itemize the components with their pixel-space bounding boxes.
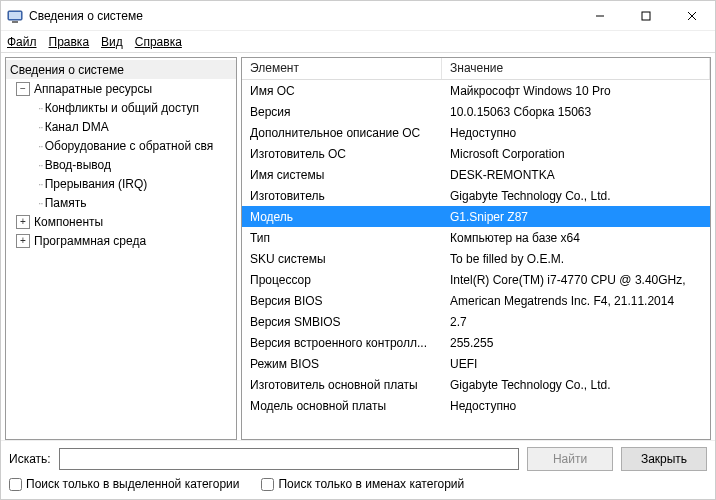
cell-element: Процессор (242, 273, 442, 287)
window-buttons (577, 1, 715, 31)
cell-value: Недоступно (442, 126, 710, 140)
cell-element: Имя системы (242, 168, 442, 182)
tree-item-child[interactable]: ··Оборудование с обратной свя (6, 136, 236, 155)
tree-root[interactable]: Сведения о системе (6, 60, 236, 79)
cell-element: Модель (242, 210, 442, 224)
grid-row[interactable]: ПроцессорIntel(R) Core(TM) i7-4770 CPU @… (242, 269, 710, 290)
tree-item-child[interactable]: ··Ввод-вывод (6, 155, 236, 174)
tree-connector-icon: ·· (38, 158, 43, 172)
grid-row[interactable]: Режим BIOSUEFI (242, 353, 710, 374)
grid-row[interactable]: ИзготовительGigabyte Technology Co., Ltd… (242, 185, 710, 206)
grid-row[interactable]: SKU системыTo be filled by O.E.M. (242, 248, 710, 269)
check-row: Поиск только в выделенной категории Поис… (9, 477, 707, 491)
tree-item-hardware[interactable]: − Аппаратные ресурсы (6, 79, 236, 98)
search-label: Искать: (9, 452, 51, 466)
tree-item-label: Память (45, 196, 87, 210)
search-input[interactable] (59, 448, 519, 470)
menu-help[interactable]: Справка (135, 35, 182, 49)
grid-row[interactable]: Имя ОСМайкрософт Windows 10 Pro (242, 80, 710, 101)
grid-row[interactable]: Изготовитель ОСMicrosoft Corporation (242, 143, 710, 164)
tree-item-label: Компоненты (34, 215, 103, 229)
svg-rect-2 (12, 21, 18, 23)
titlebar: Сведения о системе (1, 1, 715, 31)
cell-element: Режим BIOS (242, 357, 442, 371)
chk-names-only[interactable]: Поиск только в именах категорий (261, 477, 464, 491)
grid-row[interactable]: Дополнительное описание ОСНедоступно (242, 122, 710, 143)
tree-item-child[interactable]: ··Конфликты и общий доступ (6, 98, 236, 117)
close-button[interactable] (669, 1, 715, 31)
grid-row[interactable]: Версия BIOSAmerican Megatrends Inc. F4, … (242, 290, 710, 311)
tree: Сведения о системе − Аппаратные ресурсы … (6, 58, 236, 252)
grid-row[interactable]: ТипКомпьютер на базе x64 (242, 227, 710, 248)
cell-value: Gigabyte Technology Co., Ltd. (442, 378, 710, 392)
menubar: Файл Правка Вид Справка (1, 31, 715, 53)
bottom-bar: Искать: Найти Закрыть Поиск только в выд… (1, 440, 715, 499)
chk-names-only-box[interactable] (261, 478, 274, 491)
menu-file[interactable]: Файл (7, 35, 37, 49)
tree-item-label: Ввод-вывод (45, 158, 111, 172)
chk-selected-category[interactable]: Поиск только в выделенной категории (9, 477, 239, 491)
cell-element: SKU системы (242, 252, 442, 266)
tree-item-label: Оборудование с обратной свя (45, 139, 214, 153)
tree-item-softenv[interactable]: + Программная среда (6, 231, 236, 250)
cell-value: Компьютер на базе x64 (442, 231, 710, 245)
tree-item-label: Программная среда (34, 234, 146, 248)
tree-connector-icon: ·· (38, 139, 43, 153)
svg-rect-1 (9, 12, 21, 19)
tree-item-child[interactable]: ··Прерывания (IRQ) (6, 174, 236, 193)
tree-connector-icon: ·· (38, 177, 43, 191)
tree-pane[interactable]: Сведения о системе − Аппаратные ресурсы … (5, 57, 237, 440)
expand-icon[interactable]: + (16, 215, 30, 229)
find-button[interactable]: Найти (527, 447, 613, 471)
cell-value: 2.7 (442, 315, 710, 329)
chk-selected-category-box[interactable] (9, 478, 22, 491)
cell-value: Intel(R) Core(TM) i7-4770 CPU @ 3.40GHz, (442, 273, 710, 287)
collapse-icon[interactable]: − (16, 82, 30, 96)
cell-element: Дополнительное описание ОС (242, 126, 442, 140)
cell-value: Gigabyte Technology Co., Ltd. (442, 189, 710, 203)
cell-element: Изготовитель основной платы (242, 378, 442, 392)
menu-view[interactable]: Вид (101, 35, 123, 49)
grid-row[interactable]: Имя системыDESK-REMONTKA (242, 164, 710, 185)
cell-value: Недоступно (442, 399, 710, 413)
tree-connector-icon: ·· (38, 101, 43, 115)
tree-item-child[interactable]: ··Канал DMA (6, 117, 236, 136)
grid-row[interactable]: МодельG1.Sniper Z87 (242, 206, 710, 227)
grid-row[interactable]: Версия SMBIOS2.7 (242, 311, 710, 332)
chk-selected-category-label: Поиск только в выделенной категории (26, 477, 239, 491)
cell-value: 255.255 (442, 336, 710, 350)
cell-value: Microsoft Corporation (442, 147, 710, 161)
cell-value: DESK-REMONTKA (442, 168, 710, 182)
expand-icon[interactable]: + (16, 234, 30, 248)
window-title: Сведения о системе (29, 9, 577, 23)
grid-row[interactable]: Изготовитель основной платыGigabyte Tech… (242, 374, 710, 395)
tree-item-components[interactable]: + Компоненты (6, 212, 236, 231)
cell-value: G1.Sniper Z87 (442, 210, 710, 224)
cell-element: Имя ОС (242, 84, 442, 98)
cell-element: Версия встроенного контролл... (242, 336, 442, 350)
column-header-element[interactable]: Элемент (242, 58, 442, 79)
close-button-bottom[interactable]: Закрыть (621, 447, 707, 471)
tree-item-label: Аппаратные ресурсы (34, 82, 152, 96)
tree-item-label: Прерывания (IRQ) (45, 177, 148, 191)
grid-row[interactable]: Версия10.0.15063 Сборка 15063 (242, 101, 710, 122)
tree-root-label: Сведения о системе (10, 63, 124, 77)
grid-row[interactable]: Версия встроенного контролл...255.255 (242, 332, 710, 353)
grid-row[interactable]: Модель основной платыНедоступно (242, 395, 710, 416)
cell-element: Версия (242, 105, 442, 119)
content-area: Сведения о системе − Аппаратные ресурсы … (1, 53, 715, 440)
details-pane[interactable]: Элемент Значение Имя ОСМайкрософт Window… (241, 57, 711, 440)
menu-edit[interactable]: Правка (49, 35, 90, 49)
cell-value: UEFI (442, 357, 710, 371)
minimize-button[interactable] (577, 1, 623, 31)
cell-element: Изготовитель ОС (242, 147, 442, 161)
tree-item-label: Канал DMA (45, 120, 109, 134)
tree-connector-icon: ·· (38, 120, 43, 134)
column-header-value[interactable]: Значение (442, 58, 710, 79)
maximize-button[interactable] (623, 1, 669, 31)
tree-item-child[interactable]: ··Память (6, 193, 236, 212)
cell-element: Версия BIOS (242, 294, 442, 308)
cell-value: Майкрософт Windows 10 Pro (442, 84, 710, 98)
grid-body: Имя ОСМайкрософт Windows 10 ProВерсия10.… (242, 80, 710, 416)
svg-rect-4 (642, 12, 650, 20)
